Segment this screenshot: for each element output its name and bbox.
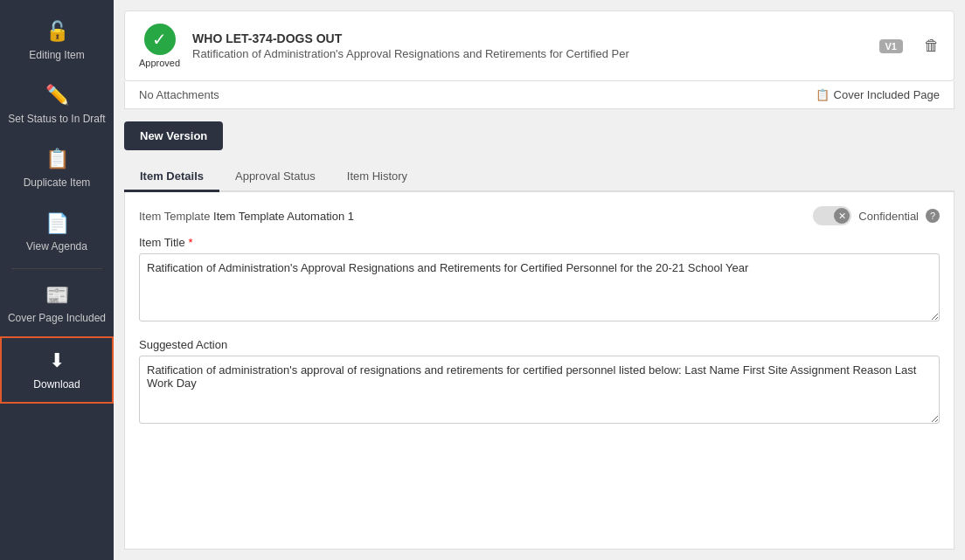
sidebar-item-cover-page[interactable]: 📰 Cover Page Included [0, 273, 114, 336]
approval-status-indicator: ✓ Approved [139, 24, 180, 68]
duplicate-icon: 📋 [45, 147, 69, 172]
tabs-bar: Item Details Approval Status Item Histor… [124, 162, 955, 192]
approved-check-icon: ✓ [144, 24, 176, 55]
tab-item-history[interactable]: Item History [331, 162, 423, 192]
item-card: ✓ Approved WHO LET-374-DOGS OUT Ratifica… [124, 10, 955, 81]
sidebar-item-duplicate-item[interactable]: 📋 Duplicate Item [0, 136, 114, 200]
required-star: * [188, 236, 192, 249]
attachments-bar: No Attachments 📋 Cover Included Page [124, 81, 955, 109]
cover-page-icon-small: 📋 [816, 88, 830, 101]
agenda-icon: 📄 [45, 211, 69, 237]
sidebar-item-editing-item[interactable]: 🔓 Editing Item [0, 9, 114, 73]
tab-approval-status[interactable]: Approval Status [219, 162, 331, 192]
sidebar-item-download[interactable]: ⬇ Download [0, 336, 114, 404]
sidebar-item-set-status[interactable]: ✏️ Set Status to In Draft [0, 73, 114, 136]
toggle-knob: ✕ [834, 208, 850, 224]
cover-page-included-label: Cover Included Page [834, 88, 940, 101]
template-row: Item Template Item Template Automation 1… [139, 206, 940, 225]
new-version-button[interactable]: New Version [124, 121, 223, 150]
item-description: Ratification of Administration's Approva… [192, 47, 866, 60]
confidential-row: ✕ Confidential ? [813, 206, 940, 225]
cover-page-icon: 📰 [45, 283, 69, 308]
help-icon[interactable]: ? [926, 209, 940, 223]
cover-page-link[interactable]: 📋 Cover Included Page [816, 88, 940, 101]
item-title-input[interactable]: Ratification of Administration's Approva… [139, 253, 940, 321]
suggested-action-label: Suggested Action [139, 338, 940, 351]
edit-icon: ✏️ [45, 83, 69, 108]
item-code: WHO LET-374-DOGS OUT [192, 31, 866, 45]
approved-label: Approved [139, 58, 180, 68]
sidebar-divider [11, 268, 102, 269]
template-field: Item Template Item Template Automation 1 [139, 210, 354, 223]
item-title-block: Item Title * Ratification of Administrat… [139, 236, 940, 324]
confidential-toggle[interactable]: ✕ [813, 206, 851, 225]
sidebar: 🔓 Editing Item ✏️ Set Status to In Draft… [0, 0, 114, 560]
tab-item-details[interactable]: Item Details [124, 162, 219, 192]
version-badge: V1 [879, 39, 903, 53]
no-attachments-label: No Attachments [139, 88, 219, 101]
download-icon: ⬇ [49, 349, 65, 374]
item-title-label: Item Title * [139, 236, 940, 249]
delete-icon[interactable]: 🗑 [924, 37, 940, 55]
suggested-action-block: Suggested Action Ratification of adminis… [139, 338, 940, 426]
unlock-icon: 🔓 [45, 19, 69, 45]
main-content: ✓ Approved WHO LET-374-DOGS OUT Ratifica… [114, 0, 965, 560]
action-bar: New Version [124, 118, 955, 154]
suggested-action-input[interactable]: Ratification of administration's approva… [139, 356, 940, 424]
form-area: Item Template Item Template Automation 1… [124, 192, 955, 550]
confidential-label: Confidential [858, 210, 919, 223]
template-label: Item Template [139, 210, 210, 223]
item-info: WHO LET-374-DOGS OUT Ratification of Adm… [192, 31, 866, 60]
sidebar-item-view-agenda[interactable]: 📄 View Agenda [0, 201, 114, 265]
template-value: Item Template Automation 1 [213, 210, 354, 223]
